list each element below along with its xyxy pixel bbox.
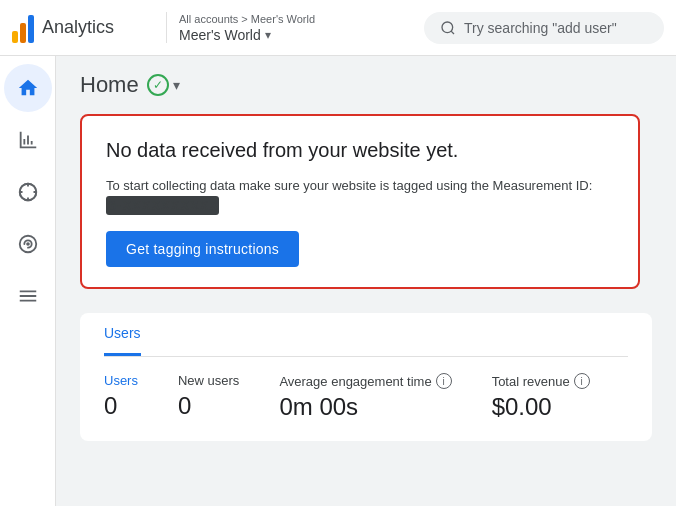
alert-card: No data received from your website yet. … [80, 114, 640, 289]
green-check-icon: ✓ [147, 74, 169, 96]
alert-body-text: To start collecting data make sure your … [106, 178, 592, 193]
page-dropdown-icon[interactable]: ▾ [173, 77, 180, 93]
status-badge: ✓ ▾ [147, 74, 180, 96]
sidebar-item-reports[interactable] [4, 116, 52, 164]
search-bar[interactable]: Try searching "add user" [424, 12, 664, 44]
breadcrumb-dropdown-icon[interactable]: ▾ [265, 28, 271, 42]
stat-revenue-value: $0.00 [492, 393, 590, 421]
get-tagging-instructions-button[interactable]: Get tagging instructions [106, 231, 299, 267]
stats-row: Users 0 New users 0 Average engagement t… [104, 373, 628, 421]
sidebar-item-home[interactable] [4, 64, 52, 112]
breadcrumb-top: All accounts > Meer's World [179, 12, 315, 26]
stat-new-users-value: 0 [178, 392, 239, 420]
search-placeholder: Try searching "add user" [464, 20, 617, 36]
stat-engagement-value: 0m 00s [279, 393, 451, 421]
page-title: Home [80, 72, 139, 98]
logo-area: Analytics [12, 13, 162, 43]
breadcrumb: All accounts > Meer's World Meer's World… [166, 12, 315, 42]
sidebar-item-configure[interactable] [4, 272, 52, 320]
app-title: Analytics [42, 17, 114, 38]
stat-revenue: Total revenue i $0.00 [492, 373, 590, 421]
breadcrumb-current[interactable]: Meer's World ▾ [179, 27, 315, 43]
engagement-info-icon[interactable]: i [436, 373, 452, 389]
stat-new-users-label: New users [178, 373, 239, 388]
header: Analytics All accounts > Meer's World Me… [0, 0, 676, 56]
stat-users-value: 0 [104, 392, 138, 420]
breadcrumb-account: Meer's World [179, 27, 261, 43]
stats-section: Users Users 0 New users 0 Average engage… [80, 313, 652, 441]
svg-point-0 [442, 22, 453, 33]
svg-point-4 [27, 243, 29, 245]
page-header: Home ✓ ▾ [80, 72, 652, 98]
stat-engagement: Average engagement time i 0m 00s [279, 373, 451, 421]
alert-title: No data received from your website yet. [106, 136, 614, 164]
sidebar [0, 56, 56, 506]
stat-engagement-label: Average engagement time i [279, 373, 451, 389]
measurement-id: G-XXXXXXXXXX [106, 196, 219, 216]
revenue-info-icon[interactable]: i [574, 373, 590, 389]
search-icon [440, 20, 456, 36]
stat-new-users: New users 0 [178, 373, 239, 421]
sidebar-item-explore[interactable] [4, 168, 52, 216]
alert-body: To start collecting data make sure your … [106, 176, 614, 215]
svg-line-1 [451, 31, 454, 34]
main-layout: Home ✓ ▾ No data received from your webs… [0, 56, 676, 506]
tab-users[interactable]: Users [104, 313, 141, 356]
stat-revenue-label: Total revenue i [492, 373, 590, 389]
stat-users: Users 0 [104, 373, 138, 421]
stat-users-label: Users [104, 373, 138, 388]
analytics-logo [12, 13, 34, 43]
stats-tabs: Users [104, 313, 628, 357]
sidebar-item-advertising[interactable] [4, 220, 52, 268]
content-area: Home ✓ ▾ No data received from your webs… [56, 56, 676, 506]
